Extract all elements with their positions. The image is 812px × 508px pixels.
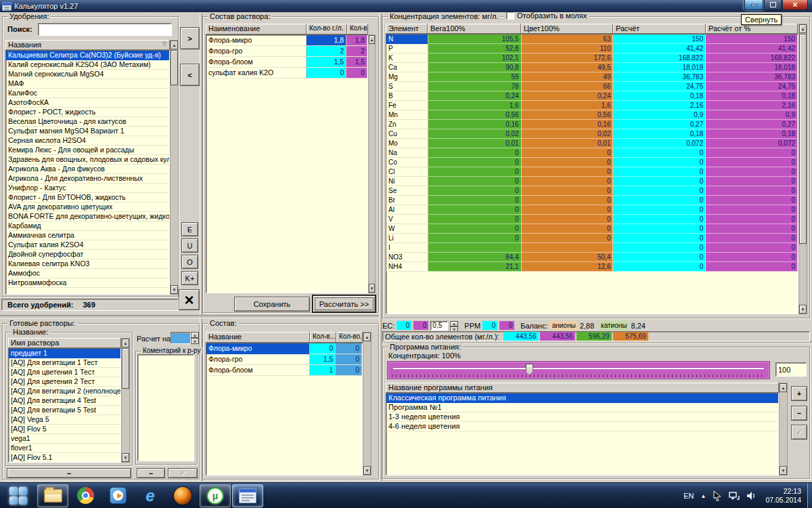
value-cell[interactable]: 18,018 bbox=[613, 63, 706, 72]
solution-col-qty2[interactable]: Кол-в... bbox=[347, 24, 368, 35]
maximize-button[interactable] bbox=[764, 0, 782, 10]
volume-icon[interactable] bbox=[746, 491, 757, 501]
value-cell[interactable]: 0 bbox=[613, 215, 706, 224]
fertilizer-list-item[interactable]: Калиевая селитра KNO3 bbox=[6, 259, 169, 269]
value-cell[interactable]: 0 bbox=[706, 215, 798, 224]
value-cell[interactable]: 0 bbox=[428, 215, 522, 224]
value-cell[interactable]: 0 bbox=[522, 196, 614, 205]
program-remove-button[interactable]: − bbox=[791, 406, 807, 421]
ready-solution-item[interactable]: [AQ] Для вегитации 4 Test bbox=[9, 396, 120, 406]
fertilizer-list-item[interactable]: Унифлор - Кактус bbox=[6, 184, 169, 193]
spin-up-icon[interactable]: ▲ bbox=[191, 332, 199, 338]
scroll-down-icon[interactable]: ▼ bbox=[780, 466, 787, 475]
comment-textarea[interactable] bbox=[137, 354, 194, 461]
ready-solution-item[interactable]: [AQ] Для вегитации 1 Тест bbox=[9, 358, 120, 368]
value-cell[interactable]: 0 bbox=[613, 167, 706, 177]
fertilizer-list-scrollbar[interactable]: ▲ ▼ bbox=[170, 40, 179, 295]
scroll-up-icon[interactable]: ▲ bbox=[171, 41, 178, 49]
ready-solution-item[interactable]: vega1 bbox=[9, 434, 120, 444]
scroll-down-icon[interactable]: ▼ bbox=[122, 453, 129, 462]
sort-icon[interactable]: ▽ bbox=[162, 41, 166, 47]
value-cell[interactable]: 59 bbox=[428, 72, 522, 82]
value-cell[interactable]: 21,1 bbox=[428, 262, 522, 272]
moles-checkbox-wrap[interactable]: Отобразить в молях bbox=[503, 12, 589, 20]
value-cell[interactable]: 0,01 bbox=[428, 139, 522, 148]
fertilizer-list-item[interactable]: Двойной суперфосфат bbox=[6, 250, 169, 259]
value-cell[interactable]: 41,42 bbox=[706, 44, 798, 54]
element-cell[interactable]: W bbox=[386, 224, 428, 234]
solution-name-cell[interactable]: Флора-блоом bbox=[206, 57, 307, 68]
value-cell[interactable]: 0,02 bbox=[522, 129, 614, 139]
value-cell[interactable]: 1,6 bbox=[522, 101, 614, 110]
add-to-solution-button[interactable]: > bbox=[180, 27, 200, 49]
ready-solution-item[interactable]: [AQ] Flov 5.1 bbox=[9, 453, 120, 463]
value-cell[interactable]: 2,16 bbox=[706, 101, 798, 110]
element-cell[interactable]: Li bbox=[386, 234, 428, 243]
value-cell[interactable]: 0 bbox=[613, 224, 706, 234]
value-cell[interactable]: 0,18 bbox=[706, 129, 798, 139]
composition-name-cell[interactable]: Флора-микро bbox=[206, 343, 310, 354]
value-cell[interactable]: 50,4 bbox=[522, 253, 614, 262]
element-cell[interactable]: Cl bbox=[386, 167, 428, 177]
element-cell[interactable]: N bbox=[386, 35, 428, 44]
solution-col-qty[interactable]: Кол-во г./л. bbox=[307, 24, 347, 35]
value-cell[interactable]: 150 bbox=[613, 35, 706, 44]
fertilizer-list-item[interactable]: Аммофос bbox=[6, 269, 169, 278]
scroll-up-icon[interactable]: ▲ bbox=[799, 24, 807, 33]
solution-name-cell[interactable]: Флора-микро bbox=[206, 35, 307, 46]
show-desktop-button[interactable] bbox=[807, 483, 812, 508]
ready-solution-item[interactable]: [AQ] Flov 5 bbox=[9, 425, 120, 434]
composition-name-cell[interactable]: Флора-гро bbox=[206, 354, 310, 365]
value-cell[interactable]: 0 bbox=[706, 158, 798, 167]
fertilizer-list-item[interactable]: Кальциевая Селитра Ca(NO3)2 (Буйские уд-… bbox=[6, 51, 169, 60]
scroll-thumb[interactable] bbox=[122, 348, 129, 389]
value-cell[interactable]: 24,75 bbox=[706, 82, 798, 91]
element-cell[interactable]: Ni bbox=[386, 177, 428, 186]
value-cell[interactable]: 102,1 bbox=[428, 54, 522, 63]
scroll-up-icon[interactable]: ▲ bbox=[363, 333, 371, 341]
value-cell[interactable]: 90,8 bbox=[428, 63, 522, 72]
program-item[interactable]: 4-6 неделя цветения bbox=[386, 422, 778, 431]
program-apply-button[interactable]: ✓ bbox=[791, 425, 807, 440]
ready-list-header[interactable]: Имя раствора bbox=[8, 338, 121, 348]
element-cell[interactable]: I bbox=[386, 243, 428, 253]
comment-remove-button[interactable]: − bbox=[137, 468, 165, 478]
fertilizer-list-item[interactable]: МАФ bbox=[6, 79, 169, 89]
value-cell[interactable]: 0 bbox=[613, 243, 706, 253]
value-cell[interactable]: 0,56 bbox=[522, 110, 614, 120]
value-cell[interactable] bbox=[428, 243, 522, 253]
solution-qty2-cell[interactable]: 0 bbox=[346, 68, 367, 79]
ready-remove-button[interactable]: − bbox=[7, 468, 131, 478]
solution-col-name[interactable]: Наименование bbox=[206, 24, 307, 35]
ec-step-spinner[interactable]: ▲▼ bbox=[450, 321, 458, 331]
value-cell[interactable]: 0,24 bbox=[428, 91, 522, 101]
value-cell[interactable]: 172,6 bbox=[522, 54, 614, 63]
hidden-icons-icon[interactable]: ▲ bbox=[701, 493, 706, 499]
taskbar-ie-button[interactable]: e bbox=[135, 484, 166, 507]
fertilizer-list-item[interactable]: Нитроаммофоска bbox=[6, 278, 169, 288]
value-cell[interactable]: 1,6 bbox=[428, 101, 522, 110]
u-button[interactable]: U bbox=[181, 238, 198, 253]
element-cell[interactable]: Zn bbox=[386, 120, 428, 129]
scroll-down-icon[interactable]: ▼ bbox=[363, 466, 371, 475]
save-button[interactable]: Сохранить bbox=[234, 297, 310, 312]
value-cell[interactable]: 0 bbox=[428, 177, 522, 186]
fertilizer-list-item[interactable]: Кемира Люкс - Для овощей и рассады bbox=[6, 146, 169, 155]
fertilizer-list-item[interactable]: АзотоФосКА bbox=[6, 98, 169, 108]
spin-down-icon[interactable]: ▼ bbox=[191, 338, 199, 344]
composition-scrollbar[interactable]: ▲ ▼ bbox=[363, 332, 371, 475]
value-cell[interactable]: 0 bbox=[428, 196, 522, 205]
slider-handle[interactable] bbox=[526, 364, 533, 375]
ready-solution-item[interactable]: [AQ] Vega 5 bbox=[9, 415, 120, 425]
value-cell[interactable]: 0 bbox=[522, 177, 614, 186]
value-cell[interactable]: 0 bbox=[522, 148, 614, 158]
value-cell[interactable]: 0 bbox=[522, 215, 614, 224]
composition-v2-cell[interactable]: 0 bbox=[336, 354, 362, 365]
e-button[interactable]: E bbox=[181, 222, 198, 236]
value-cell[interactable]: 0,24 bbox=[522, 91, 614, 101]
value-cell[interactable]: 0,072 bbox=[706, 139, 798, 148]
ready-solution-item[interactable]: [AQ] Для вегитации 2 (неполноценный) bbox=[9, 387, 120, 396]
element-cell[interactable]: Mo bbox=[386, 139, 428, 148]
element-cell[interactable]: K bbox=[386, 54, 428, 63]
value-cell[interactable]: 0 bbox=[613, 234, 706, 243]
